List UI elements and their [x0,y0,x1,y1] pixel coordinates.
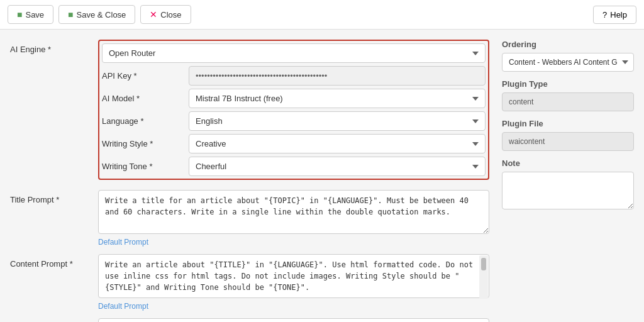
ai-model-select[interactable]: Mistral 7B Instruct (free) GPT-4 Claude … [189,89,486,108]
ai-engine-control-wrap: Open Router OpenAI Anthropic API Key * A… [98,40,489,180]
scrollbar-thumb [481,258,486,270]
save-close-label: Save & Close [77,10,126,19]
title-prompt-textarea[interactable]: Write a title for an article about "{TOP… [98,190,489,234]
save-close-icon: ■ [68,9,73,19]
main-content: AI Engine * Open Router OpenAI Anthropic… [0,30,644,322]
help-icon: ? [602,10,607,19]
title-prompt-wrap: Write a title for an article about "{TOP… [98,190,489,247]
meta-desc-prompt-textarea[interactable]: Write a meta description for "{TITLE}" i… [98,318,489,322]
form-section: AI Engine * Open Router OpenAI Anthropic… [10,40,489,322]
close-label: Close [160,10,181,19]
ai-engine-group: AI Engine * Open Router OpenAI Anthropic… [10,40,489,180]
help-button[interactable]: ? Help [593,6,636,24]
save-button[interactable]: ■ Save [8,5,53,24]
save-icon: ■ [17,9,22,19]
title-prompt-label: Title Prompt * [10,190,98,204]
ai-model-label: AI Model * [102,94,184,103]
content-prompt-wrap: Write an article about "{TITLE}" in "{LA… [98,254,489,311]
content-prompt-label: Content Prompt * [10,254,98,269]
api-key-label: API Key * [102,71,184,80]
writing-tone-select[interactable]: Cheerful Neutral Professional [189,157,486,176]
content-prompt-textarea[interactable]: Write an article about "{TITLE}" in "{LA… [98,254,489,298]
meta-desc-prompt-group: Meta Description Prompt * Write a meta d… [10,318,489,322]
language-label: Language * [102,116,184,126]
ai-engine-select[interactable]: Open Router OpenAI Anthropic [102,43,486,63]
close-icon: ✕ [150,9,157,19]
sidebar-section: Ordering Content - Webbers AI Content G … [502,40,634,322]
plugin-type-label: Plugin Type [502,79,634,89]
help-label: Help [610,10,627,19]
writing-style-select[interactable]: Creative Formal Casual [189,134,486,153]
note-textarea[interactable] [502,172,634,209]
note-label: Note [502,158,634,168]
plugin-file-value: waicontent [502,132,634,151]
writing-tone-label: Writing Tone * [102,162,184,171]
meta-desc-prompt-label: Meta Description Prompt * [10,318,98,322]
save-label: Save [25,10,44,19]
content-prompt-group: Content Prompt * Write an article about … [10,254,489,311]
api-key-input[interactable] [189,66,486,86]
ordering-select[interactable]: Content - Webbers AI Content G [502,53,634,72]
writing-style-label: Writing Style * [102,139,184,148]
title-prompt-group: Title Prompt * Write a title for an arti… [10,190,489,247]
language-select[interactable]: English Spanish French [189,111,486,131]
title-default-prompt-link[interactable]: Default Prompt [98,238,148,247]
ordering-label: Ordering [502,40,634,49]
meta-desc-prompt-wrap: Write a meta description for "{TITLE}" i… [98,318,489,322]
plugin-file-label: Plugin File [502,119,634,128]
content-default-prompt-link[interactable]: Default Prompt [98,302,148,311]
ai-engine-label: AI Engine * [10,40,98,54]
close-button[interactable]: ✕ Close [140,5,191,24]
save-close-button[interactable]: ■ Save & Close [58,5,135,24]
scrollbar [479,255,488,299]
toolbar: ■ Save ■ Save & Close ✕ Close ? Help [0,0,644,30]
plugin-type-value: content [502,92,634,111]
